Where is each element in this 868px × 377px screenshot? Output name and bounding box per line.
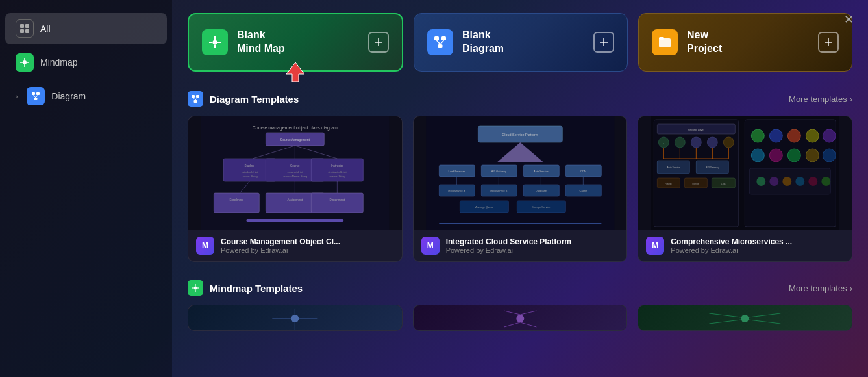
sidebar-item-all[interactable]: All <box>5 13 167 44</box>
mindmap-templates-grid <box>188 305 852 331</box>
svg-line-154 <box>520 322 536 327</box>
mindmap-more-chevron-icon: › <box>850 283 852 293</box>
svg-rect-0 <box>20 24 24 28</box>
sidebar-all-label: All <box>40 23 156 34</box>
svg-rect-35 <box>194 100 197 103</box>
svg-point-129 <box>770 149 783 162</box>
svg-text:+name: String: +name: String <box>329 175 345 178</box>
svg-line-152 <box>520 311 536 315</box>
blank-mindmap-left: Blank Mind Map <box>202 29 285 56</box>
blank-diagram-add-button[interactable] <box>593 32 614 53</box>
template-card-microservices[interactable]: Security Layer ☁ <box>638 116 852 262</box>
mindmap-more-label: More templates <box>789 283 847 293</box>
svg-text:Database: Database <box>535 189 547 192</box>
svg-line-157 <box>710 320 741 324</box>
sidebar: All Mindmap › Diagram <box>0 0 172 377</box>
blank-diagram-title: Blank Diagram <box>462 29 504 56</box>
svg-point-128 <box>752 149 765 162</box>
svg-text:+name: String: +name: String <box>242 175 258 178</box>
svg-point-131 <box>806 149 819 162</box>
blank-mindmap-icon <box>202 29 228 55</box>
svg-marker-21 <box>286 62 304 82</box>
svg-text:CDN: CDN <box>580 170 586 173</box>
svg-text:CourseManagement: CourseManagement <box>280 138 310 142</box>
diagram-section-icon <box>188 91 203 107</box>
svg-line-36 <box>193 98 196 100</box>
svg-text:Department: Department <box>330 198 345 202</box>
svg-rect-33 <box>192 95 195 98</box>
svg-text:Message Queue: Message Queue <box>474 205 493 209</box>
svg-text:Course: Course <box>290 164 300 168</box>
svg-text:Student: Student <box>245 164 255 168</box>
diagram-more-chevron-icon: › <box>850 94 852 104</box>
diagram-section-header: Diagram Templates More templates › <box>188 91 852 107</box>
mindmap-section-icon <box>188 280 203 296</box>
svg-rect-34 <box>196 95 199 98</box>
blank-diagram-card[interactable]: Blank Diagram <box>414 13 628 72</box>
svg-point-150 <box>516 315 524 322</box>
template-info-course: M Course Management Object Cl... Powered… <box>188 230 402 261</box>
svg-text:+instructorId: int: +instructorId: int <box>328 170 347 174</box>
sidebar-item-mindmap[interactable]: Mindmap <box>5 47 167 78</box>
mindmap-section-header: Mindmap Templates More templates › <box>188 280 852 296</box>
top-cards-row: Blank Mind Map <box>188 13 852 72</box>
close-button[interactable]: ✕ <box>841 12 856 27</box>
svg-rect-30 <box>659 37 664 40</box>
svg-rect-10 <box>36 92 40 95</box>
svg-text:Cloud Service Platform: Cloud Service Platform <box>502 133 539 136</box>
svg-text:Firewall: Firewall <box>665 183 672 185</box>
template-card-cloud[interactable]: Cloud Service Platform Load Balancer API… <box>413 116 628 262</box>
svg-point-125 <box>788 129 801 142</box>
svg-text:Enrollment: Enrollment <box>230 198 244 202</box>
template-name-course: Course Management Object Cl... <box>221 237 340 246</box>
blank-mindmap-card[interactable]: Blank Mind Map <box>188 13 403 72</box>
svg-rect-64 <box>311 193 363 213</box>
mindmap-card-2[interactable] <box>413 305 628 331</box>
svg-rect-3 <box>25 29 29 33</box>
diagram-more-templates-button[interactable]: More templates › <box>789 94 852 104</box>
svg-text:Instructor: Instructor <box>331 164 343 168</box>
svg-point-155 <box>741 315 749 322</box>
mindmap-icon <box>16 53 34 72</box>
svg-point-103 <box>675 137 686 148</box>
new-project-add-button[interactable] <box>818 32 839 53</box>
svg-line-37 <box>195 98 198 100</box>
template-brand-icon-microservices: M <box>646 237 664 255</box>
template-info-microservices: M Comprehensive Microservices ... Powere… <box>638 230 852 261</box>
svg-point-136 <box>783 177 792 186</box>
template-powered-microservices: Powered by Edraw.ai <box>671 246 792 254</box>
new-project-card[interactable]: New Project <box>638 13 852 72</box>
new-project-icon <box>652 29 678 55</box>
svg-rect-1 <box>25 24 29 28</box>
svg-text:Security Layer: Security Layer <box>688 128 705 131</box>
template-info-cloud: M Integrated Cloud Service Platform Powe… <box>414 230 627 261</box>
mindmap-section-label: Mindmap Templates <box>210 283 303 294</box>
svg-text:Course management object class: Course management object class diagram <box>253 125 338 131</box>
svg-point-134 <box>757 177 766 186</box>
diagram-more-label: More templates <box>789 94 847 104</box>
sidebar-item-diagram[interactable]: › Diagram <box>5 81 167 112</box>
template-thumb-course: Course management object class diagram C… <box>188 116 402 230</box>
svg-point-137 <box>796 177 805 186</box>
blank-mindmap-add-button[interactable] <box>368 32 389 53</box>
diagram-templates-grid: Course management object class diagram C… <box>188 116 852 262</box>
template-card-course-management[interactable]: Course management object class diagram C… <box>188 116 403 262</box>
mindmap-card-3[interactable] <box>638 305 852 331</box>
all-icon <box>16 20 34 38</box>
svg-rect-22 <box>434 36 439 40</box>
template-name-microservices: Comprehensive Microservices ... <box>671 237 792 246</box>
svg-point-4 <box>23 60 27 64</box>
svg-rect-11 <box>34 98 38 100</box>
mindmap-card-1[interactable] <box>188 305 403 331</box>
svg-text:Cache: Cache <box>579 189 587 192</box>
svg-text:Load Balancer: Load Balancer <box>448 170 465 173</box>
svg-rect-23 <box>441 36 446 40</box>
svg-text:☁: ☁ <box>663 142 665 145</box>
svg-point-135 <box>770 177 779 186</box>
diagram-section-label: Diagram Templates <box>210 94 299 105</box>
mindmap-section: Mindmap Templates More templates › <box>188 280 852 331</box>
svg-text:API Gateway: API Gateway <box>491 170 506 173</box>
svg-line-158 <box>749 313 781 317</box>
mindmap-more-templates-button[interactable]: More templates › <box>789 283 852 293</box>
diagram-section-title: Diagram Templates <box>188 91 299 107</box>
